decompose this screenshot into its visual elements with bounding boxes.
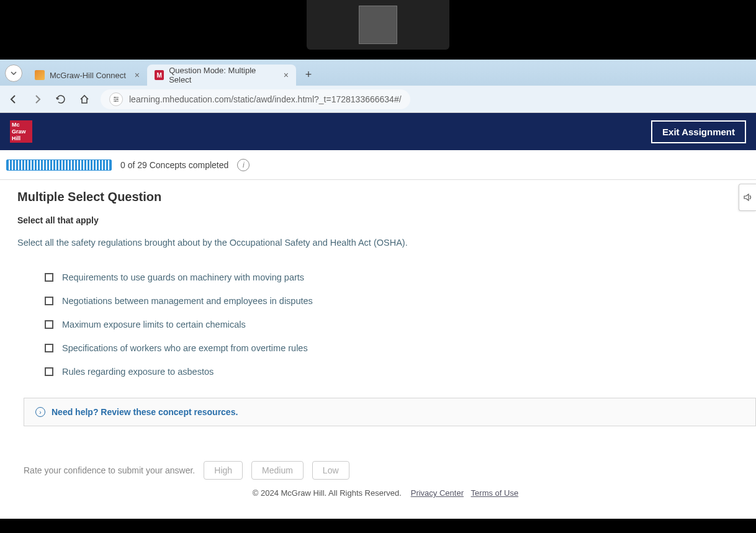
option-row[interactable]: Requirements to use guards on machinery … xyxy=(45,272,756,282)
exit-assignment-button[interactable]: Exit Assignment xyxy=(651,120,746,143)
forward-button[interactable] xyxy=(30,92,45,107)
favicon-icon: M xyxy=(155,70,164,80)
progress-bar-row: 0 of 29 Concepts completed i xyxy=(0,150,756,180)
option-label: Negotiations between management and empl… xyxy=(62,296,313,306)
chevron-right-icon: › xyxy=(35,407,45,417)
option-row[interactable]: Maximum exposure limits to certain chemi… xyxy=(45,320,756,329)
browser-tab[interactable]: M Question Mode: Multiple Select × xyxy=(147,65,296,86)
confidence-row: Rate your confidence to submit your answ… xyxy=(17,461,756,480)
browser-window: McGraw-Hill Connect × M Question Mode: M… xyxy=(0,60,756,519)
arrow-right-icon xyxy=(32,94,43,105)
options-list: Requirements to use guards on machinery … xyxy=(17,272,756,377)
favicon-icon xyxy=(35,70,45,80)
arrow-left-icon xyxy=(8,94,19,105)
chevron-down-icon xyxy=(10,69,17,77)
webcam-notch xyxy=(307,0,449,50)
copyright-text: © 2024 McGraw Hill. All Rights Reserved. xyxy=(253,488,402,498)
info-icon: i xyxy=(243,161,245,169)
home-icon xyxy=(79,94,90,105)
option-checkbox[interactable] xyxy=(45,320,53,329)
read-aloud-button[interactable] xyxy=(739,184,756,211)
option-row[interactable]: Rules regarding exposure to asbestos xyxy=(45,367,756,377)
option-label: Specifications of workers who are exempt… xyxy=(62,343,308,353)
browser-toolbar: learning.mheducation.com/static/awd/inde… xyxy=(0,86,756,113)
tune-icon xyxy=(112,96,120,103)
terms-of-use-link[interactable]: Terms of Use xyxy=(471,488,519,498)
url-text: learning.mheducation.com/static/awd/inde… xyxy=(129,94,402,104)
confidence-low-button[interactable]: Low xyxy=(312,461,349,480)
tab-title: McGraw-Hill Connect xyxy=(50,71,126,80)
speaker-icon xyxy=(743,192,753,202)
new-tab-button[interactable]: + xyxy=(300,66,317,83)
info-button[interactable]: i xyxy=(237,159,250,171)
logo-line: Hill xyxy=(12,135,20,142)
footer: © 2024 McGraw Hill. All Rights Reserved.… xyxy=(17,488,756,498)
option-checkbox[interactable] xyxy=(45,273,53,282)
tab-title: Question Mode: Multiple Select xyxy=(169,66,275,84)
back-button[interactable] xyxy=(6,92,21,107)
option-row[interactable]: Specifications of workers who are exempt… xyxy=(45,343,756,353)
option-label: Rules regarding exposure to asbestos xyxy=(62,367,214,377)
site-settings-button[interactable] xyxy=(109,92,123,106)
tab-close-button[interactable]: × xyxy=(284,70,289,80)
question-instruction: Select all that apply xyxy=(17,215,756,225)
question-prompt: Select all the safety regulations brough… xyxy=(17,238,756,248)
option-checkbox[interactable] xyxy=(45,344,53,352)
webcam-lens xyxy=(359,6,397,44)
tab-close-button[interactable]: × xyxy=(135,70,140,80)
option-row[interactable]: Negotiations between management and empl… xyxy=(45,296,756,306)
app-header: Mc Graw Hill Exit Assignment xyxy=(0,113,756,150)
option-checkbox[interactable] xyxy=(45,367,53,376)
browser-tab-bar: McGraw-Hill Connect × M Question Mode: M… xyxy=(0,60,756,86)
question-type-title: Multiple Select Question xyxy=(17,190,756,204)
home-button[interactable] xyxy=(77,92,92,107)
option-checkbox[interactable] xyxy=(45,297,53,305)
logo-line: Mc xyxy=(12,122,20,128)
question-panel: Multiple Select Question Select all that… xyxy=(0,180,756,498)
logo-line: Graw xyxy=(12,128,26,135)
option-label: Requirements to use guards on machinery … xyxy=(62,272,304,282)
privacy-center-link[interactable]: Privacy Center xyxy=(411,488,464,498)
progress-label: 0 of 29 Concepts completed xyxy=(120,160,228,170)
confidence-high-button[interactable]: High xyxy=(204,461,243,480)
address-bar[interactable]: learning.mheducation.com/static/awd/inde… xyxy=(101,89,410,109)
need-help-text: Need help? Review these concept resource… xyxy=(52,407,238,417)
reload-icon xyxy=(55,94,66,105)
progress-indicator xyxy=(6,159,112,171)
option-label: Maximum exposure limits to certain chemi… xyxy=(62,320,246,329)
confidence-label: Rate your confidence to submit your answ… xyxy=(24,465,195,475)
browser-tab[interactable]: McGraw-Hill Connect × xyxy=(27,65,147,86)
reload-button[interactable] xyxy=(53,92,68,107)
confidence-medium-button[interactable]: Medium xyxy=(251,461,304,480)
tab-search-button[interactable] xyxy=(5,65,22,82)
mcgraw-hill-logo[interactable]: Mc Graw Hill xyxy=(10,120,32,143)
need-help-box[interactable]: › Need help? Review these concept resour… xyxy=(24,398,756,426)
